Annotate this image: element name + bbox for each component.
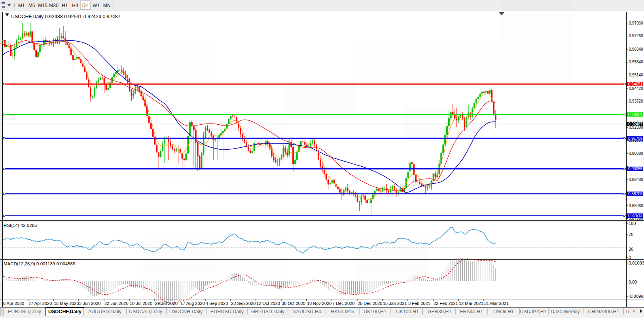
svg-text:22 Jun 2020: 22 Jun 2020 xyxy=(104,301,129,306)
svg-text:31 Mar 2021: 31 Mar 2021 xyxy=(484,301,509,306)
svg-text:0.95840: 0.95840 xyxy=(629,60,644,64)
svg-text:0.91709: 0.91709 xyxy=(628,136,643,141)
svg-text:0.94651: 0.94651 xyxy=(628,82,643,86)
svg-text:MN: MN xyxy=(103,3,111,8)
svg-text:8 Apr 2020: 8 Apr 2020 xyxy=(3,301,24,306)
svg-text:USDCNH,Daily: USDCNH,Daily xyxy=(169,309,203,314)
svg-text:M30: M30 xyxy=(49,3,59,8)
svg-text:H4: H4 xyxy=(72,3,78,8)
svg-text:0.87513: 0.87513 xyxy=(628,213,643,218)
svg-text:AUDUSD,Daily: AUDUSD,Daily xyxy=(88,309,122,314)
svg-text:0.92487: 0.92487 xyxy=(628,122,643,126)
svg-text:0.97260: 0.97260 xyxy=(629,34,644,38)
svg-text:12 Oct 2020: 12 Oct 2020 xyxy=(256,301,280,306)
svg-text:USDJPY,H1: USDJPY,H1 xyxy=(520,309,546,314)
svg-text:0.93720: 0.93720 xyxy=(629,99,644,103)
svg-text:15 May 2020: 15 May 2020 xyxy=(54,301,79,306)
svg-text:HK50,M15: HK50,M15 xyxy=(331,309,354,314)
svg-text:0.97960: 0.97960 xyxy=(629,21,644,25)
svg-text:4 Sep 2020: 4 Sep 2020 xyxy=(206,301,228,306)
svg-text:UK100,H1: UK100,H1 xyxy=(364,309,386,314)
svg-text:10 Jul 2020: 10 Jul 2020 xyxy=(130,301,152,306)
svg-text:0.90880: 0.90880 xyxy=(629,151,644,156)
svg-text:3 Jun 2020: 3 Jun 2020 xyxy=(79,301,100,306)
svg-text:29 Jul 2020: 29 Jul 2020 xyxy=(155,301,178,306)
svg-text:CHINA300,H1: CHINA300,H1 xyxy=(588,309,619,314)
svg-text:12 Mar 2021: 12 Mar 2021 xyxy=(459,301,483,306)
svg-text:17 Aug 2020: 17 Aug 2020 xyxy=(180,301,205,306)
svg-text:GER30,H1: GER30,H1 xyxy=(428,309,451,314)
svg-text:EURUSD,Daily: EURUSD,Daily xyxy=(8,309,42,314)
svg-text:0.93001: 0.93001 xyxy=(628,112,643,117)
svg-text:UK100,H1: UK100,H1 xyxy=(396,309,419,314)
svg-text:H1: H1 xyxy=(62,3,68,8)
svg-text:M5: M5 xyxy=(28,3,35,8)
svg-text:7 Dec 2020: 7 Dec 2020 xyxy=(332,301,354,306)
svg-text:18 Nov 2020: 18 Nov 2020 xyxy=(307,301,331,306)
svg-text:D1: D1 xyxy=(82,3,89,8)
svg-text:U: U xyxy=(625,309,629,314)
svg-text:0.89480: 0.89480 xyxy=(629,177,644,182)
svg-text:0.88703: 0.88703 xyxy=(628,192,643,196)
svg-text:22 Feb 2021: 22 Feb 2021 xyxy=(434,301,458,306)
svg-text:W1: W1 xyxy=(93,3,100,8)
svg-text:0.95140: 0.95140 xyxy=(629,73,644,77)
svg-text:23 Sep 2020: 23 Sep 2020 xyxy=(231,301,256,306)
svg-text:USDCAD,Daily: USDCAD,Daily xyxy=(129,309,163,314)
svg-text:25 Dec 2020: 25 Dec 2020 xyxy=(358,301,382,306)
svg-text:RSI(14) 42.0285: RSI(14) 42.0285 xyxy=(4,223,37,228)
svg-text:USDCHF,Daily 0.92488 0.92531: USDCHF,Daily 0.92488 0.92531 0.92424 0.9… xyxy=(11,14,121,19)
svg-text:GBPUSD,Daily: GBPUSD,Daily xyxy=(251,309,285,314)
svg-text:70: 70 xyxy=(629,232,633,237)
svg-text:USDCHF,Daily: USDCHF,Daily xyxy=(48,309,81,314)
svg-text:15 Jan 2021: 15 Jan 2021 xyxy=(383,301,407,306)
svg-text:27 Apr 2020: 27 Apr 2020 xyxy=(28,301,52,306)
svg-text:30: 30 xyxy=(629,247,633,251)
svg-text:EURUSD,Daily: EURUSD,Daily xyxy=(210,309,244,314)
svg-text:XAUUSD,H4: XAUUSD,H4 xyxy=(293,309,321,314)
svg-text:0.94420: 0.94420 xyxy=(629,86,644,91)
svg-text:3 Feb 2021: 3 Feb 2021 xyxy=(408,301,430,306)
svg-text:USOil,H1: USOil,H1 xyxy=(493,309,514,314)
svg-text:0: 0 xyxy=(629,255,631,260)
svg-text:100: 100 xyxy=(629,221,636,226)
svg-text:M15: M15 xyxy=(38,3,47,8)
svg-text:DJ30,Weekly: DJ30,Weekly xyxy=(551,309,580,314)
svg-text:0.00: 0.00 xyxy=(629,280,637,284)
svg-text:0.88060: 0.88060 xyxy=(629,204,644,208)
svg-text:M1: M1 xyxy=(18,3,25,8)
svg-text:FRA40,H1: FRA40,H1 xyxy=(460,309,483,314)
svg-text:0.010933: 0.010933 xyxy=(629,261,644,265)
svg-text:0.90055: 0.90055 xyxy=(628,167,643,171)
svg-text:-0.009653: -0.009653 xyxy=(629,294,644,299)
svg-text:0.96540: 0.96540 xyxy=(629,47,644,51)
svg-text:30 Oct 2020: 30 Oct 2020 xyxy=(282,301,305,306)
